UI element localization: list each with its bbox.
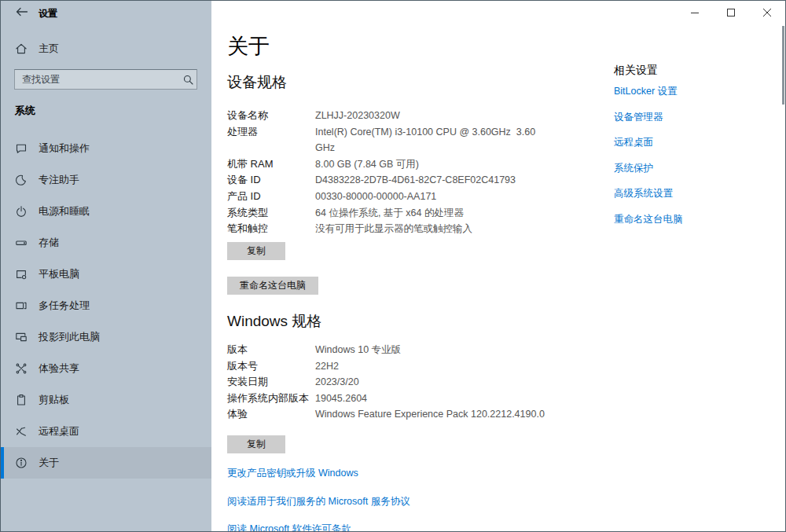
shared-experiences-icon [15, 362, 28, 375]
copy-device-spec-button[interactable]: 复制 [227, 242, 285, 260]
close-icon [763, 6, 771, 20]
focus-assist-icon [15, 174, 28, 186]
spec-value: D4383228-2D7B-4D61-82C7-C8EF02C41793 [315, 172, 551, 189]
system-protection-link[interactable]: 系统保护 [614, 162, 771, 175]
maximize-icon [727, 6, 735, 20]
minimize-icon [691, 6, 699, 20]
spec-row-os-build: 操作系统内部版本 19045.2604 [227, 391, 582, 407]
spec-row-edition: 版本 Windows 10 专业版 [227, 342, 582, 358]
related-settings: 相关设置 BitLocker 设置 设备管理器 远程桌面 系统保护 高级系统设置… [614, 64, 771, 238]
windows-spec-table: 版本 Windows 10 专业版 版本号 22H2 安装日期 2023/3/2… [227, 342, 582, 423]
spec-label: 体验 [227, 406, 315, 423]
spec-label: 机带 RAM [227, 156, 315, 173]
main-content: 关于 设备规格 设备名称 ZLHJJ-20230320W 处理器 Intel(R… [211, 1, 785, 531]
projecting-icon [15, 331, 28, 343]
device-spec-heading: 设备规格 [227, 72, 287, 93]
sidebar-item-shared-experiences[interactable]: 体验共享 [1, 353, 211, 384]
search-icon [179, 75, 196, 85]
back-arrow-icon [16, 6, 28, 20]
sidebar: 设置 主页 系统 [1, 1, 211, 531]
spec-value: 00330-80000-00000-AA171 [315, 189, 551, 205]
device-manager-link[interactable]: 设备管理器 [614, 111, 771, 124]
sidebar-item-label: 体验共享 [39, 361, 79, 376]
sidebar-item-label: 存储 [39, 236, 59, 250]
spec-row-processor: 处理器 Intel(R) Core(TM) i3-10100 CPU @ 3.6… [227, 124, 551, 156]
sidebar-item-label: 远程桌面 [39, 424, 79, 438]
spec-row-experience: 体验 Windows Feature Experience Pack 120.2… [227, 406, 582, 423]
home-icon [15, 42, 28, 55]
remote-desktop-icon [15, 425, 28, 438]
window-controls [677, 1, 785, 24]
sidebar-item-focus-assist[interactable]: 专注助手 [1, 164, 211, 196]
sidebar-item-remote-desktop[interactable]: 远程桌面 [1, 416, 211, 447]
copy-windows-spec-button[interactable]: 复制 [227, 435, 285, 453]
sidebar-group-system: 系统 [15, 104, 35, 118]
spec-value: Windows Feature Experience Pack 120.2212… [315, 406, 582, 423]
rename-pc-button[interactable]: 重命名这台电脑 [227, 277, 318, 295]
sidebar-item-label: 投影到此电脑 [39, 330, 100, 344]
settings-search-box [14, 69, 197, 90]
sidebar-item-label: 专注助手 [39, 173, 79, 187]
sidebar-item-label: 平板电脑 [39, 267, 79, 281]
page-title: 关于 [227, 32, 270, 61]
sidebar-item-home[interactable]: 主页 [1, 34, 211, 64]
advanced-system-settings-link[interactable]: 高级系统设置 [614, 187, 771, 200]
sidebar-item-projecting[interactable]: 投影到此电脑 [1, 321, 211, 353]
storage-icon [15, 237, 28, 249]
spec-row-version: 版本号 22H2 [227, 358, 582, 375]
services-agreement-link[interactable]: 阅读适用于我们服务的 Microsoft 服务协议 [227, 495, 410, 508]
spec-label: 操作系统内部版本 [227, 391, 315, 407]
sidebar-nav-list: 通知和操作 专注助手 电源和睡眠 [1, 133, 211, 479]
spec-value: ZLHJJ-20230320W [315, 108, 551, 124]
spec-value: 22H2 [315, 358, 582, 375]
spec-row-device-name: 设备名称 ZLHJJ-20230320W [227, 108, 551, 124]
sidebar-item-label: 关于 [39, 456, 59, 470]
spec-label: 版本 [227, 342, 315, 358]
spec-label: 笔和触控 [227, 221, 315, 237]
multitasking-icon [15, 299, 28, 312]
device-spec-table: 设备名称 ZLHJJ-20230320W 处理器 Intel(R) Core(T… [227, 108, 551, 237]
minimize-button[interactable] [677, 1, 713, 24]
clipboard-icon [15, 394, 28, 406]
spec-row-ram: 机带 RAM 8.00 GB (7.84 GB 可用) [227, 156, 551, 173]
spec-label: 版本号 [227, 358, 315, 375]
sidebar-item-label: 剪贴板 [39, 393, 69, 407]
rename-pc-link[interactable]: 重命名这台电脑 [614, 213, 771, 226]
spec-value: 64 位操作系统, 基于 x64 的处理器 [315, 205, 551, 222]
about-icon [15, 457, 28, 469]
spec-row-product-id: 产品 ID 00330-80000-00000-AA171 [227, 189, 551, 205]
spec-value: Windows 10 专业版 [315, 342, 582, 358]
spec-label: 设备名称 [227, 108, 315, 124]
sidebar-item-notifications[interactable]: 通知和操作 [1, 133, 211, 164]
window-title: 设置 [39, 7, 57, 20]
license-terms-link[interactable]: 阅读 Microsoft 软件许可条款 [227, 523, 410, 532]
spec-label: 产品 ID [227, 189, 315, 205]
spec-row-installed-on: 安装日期 2023/3/20 [227, 374, 582, 391]
search-input[interactable] [15, 74, 179, 85]
remote-desktop-link[interactable]: 远程桌面 [614, 136, 771, 149]
close-button[interactable] [749, 1, 785, 24]
sidebar-item-about[interactable]: 关于 [1, 447, 211, 479]
bitlocker-settings-link[interactable]: BitLocker 设置 [614, 85, 771, 98]
spec-row-system-type: 系统类型 64 位操作系统, 基于 x64 的处理器 [227, 205, 551, 222]
sidebar-item-power-sleep[interactable]: 电源和睡眠 [1, 196, 211, 227]
sidebar-item-label: 多任务处理 [39, 299, 90, 313]
bottom-links: 更改产品密钥或升级 Windows 阅读适用于我们服务的 Microsoft 服… [227, 467, 410, 532]
settings-window: 设置 主页 系统 [0, 0, 786, 532]
sidebar-item-clipboard[interactable]: 剪贴板 [1, 384, 211, 416]
maximize-button[interactable] [713, 1, 749, 24]
spec-label: 设备 ID [227, 172, 315, 189]
spec-value: 19045.2604 [315, 391, 582, 407]
notifications-icon [15, 142, 28, 155]
sidebar-item-label: 主页 [39, 42, 59, 56]
spec-label: 系统类型 [227, 205, 315, 222]
spec-row-pen-touch: 笔和触控 没有可用于此显示器的笔或触控输入 [227, 221, 551, 237]
sidebar-item-multitasking[interactable]: 多任务处理 [1, 290, 211, 321]
change-product-key-link[interactable]: 更改产品密钥或升级 Windows [227, 467, 410, 480]
tablet-icon [15, 268, 28, 281]
sidebar-item-tablet[interactable]: 平板电脑 [1, 259, 211, 290]
vertical-scrollbar-thumb[interactable] [782, 26, 784, 105]
back-button[interactable] [7, 1, 37, 24]
power-sleep-icon [15, 205, 28, 218]
sidebar-item-storage[interactable]: 存储 [1, 227, 211, 259]
